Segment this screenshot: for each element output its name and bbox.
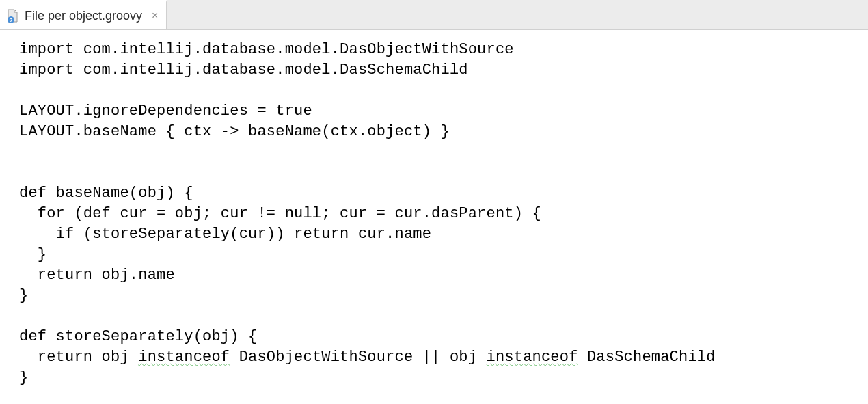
tab-bar: ? File per object.groovy × (0, 0, 868, 30)
code-line: def storeSeparately(obj) { (19, 328, 257, 345)
file-icon: ? (5, 8, 21, 23)
code-line: } (19, 369, 28, 386)
code-line: } (19, 246, 46, 263)
tab-filename: File per object.groovy (25, 9, 142, 23)
code-line: import com.intellij.database.model.DasOb… (19, 41, 514, 58)
code-line: import com.intellij.database.model.DasSc… (19, 62, 468, 79)
code-line: return obj instanceof DasObjectWithSourc… (19, 349, 716, 366)
code-editor[interactable]: import com.intellij.database.model.DasOb… (0, 30, 868, 388)
svg-text:?: ? (10, 17, 13, 23)
editor-tab[interactable]: ? File per object.groovy × (0, 0, 167, 29)
close-icon[interactable]: × (150, 9, 159, 23)
code-line: LAYOUT.ignoreDependencies = true (19, 103, 312, 120)
code-line: LAYOUT.baseName { ctx -> baseName(ctx.ob… (19, 123, 450, 140)
code-line: for (def cur = obj; cur != null; cur = c… (19, 205, 541, 222)
code-line: } (19, 287, 28, 304)
code-line: if (storeSeparately(cur)) return cur.nam… (19, 226, 431, 243)
code-line: def baseName(obj) { (19, 185, 193, 202)
code-line: return obj.name (19, 267, 175, 284)
